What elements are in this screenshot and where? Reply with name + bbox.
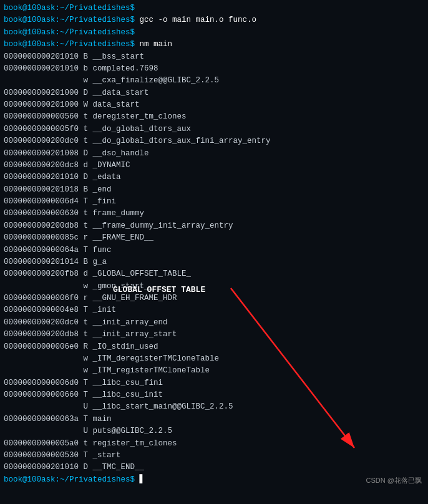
watermark: CSDN @花落已飘	[366, 476, 422, 485]
prompt-0: book@100ask:~/Privatedishes$	[4, 2, 135, 14]
output-line: 0000000000201000 W data_start	[4, 99, 424, 111]
output-line: 0000000000000630 t frame_dummy	[4, 208, 424, 220]
prompt-2: book@100ask:~/Privatedishes$	[4, 27, 135, 39]
prompt-1: book@100ask:~/Privatedishes$	[4, 14, 135, 26]
output-line: 0000000000200dc0 t __init_array_end	[4, 317, 424, 329]
output-line: 0000000000200db8 t __frame_dummy_init_ar…	[4, 220, 424, 232]
output-line: 0000000000200dc0 t __do_global_dtors_aux…	[4, 135, 424, 147]
output-line: 00000000000006d4 T _fini	[4, 196, 424, 208]
output-line: w _gmon_start__	[4, 281, 424, 293]
output-line: 000000000000064a T func	[4, 245, 424, 256]
output-line: 0000000000201010 D __TMC_END__	[4, 462, 424, 473]
line-2: book@100ask:~/Privatedishes$	[4, 27, 424, 39]
output-line: 00000000000006f0 r __GNU_EH_FRAME_HDR	[4, 293, 424, 304]
output-line: U __libc_start_main@@GLIBC_2.2.5	[4, 401, 424, 413]
line-1: book@100ask:~/Privatedishes$ gcc -o main…	[4, 14, 424, 26]
output-line: w _ITM_deregisterTMCloneTable	[4, 353, 424, 365]
output-line: 0000000000000530 T _start	[4, 450, 424, 462]
output-line: 0000000000201010 B __bss_start	[4, 51, 424, 63]
output-line: 000000000000063a T main	[4, 414, 424, 425]
output-line: 0000000000200db8 t __init_array_start	[4, 329, 424, 341]
prompt-final: book@100ask:~/Privatedishes$	[4, 474, 135, 486]
terminal: book@100ask:~/Privatedishes$ book@100ask…	[0, 0, 428, 504]
output-line: 0000000000201008 D __dso_handle	[4, 148, 424, 160]
output-line: 0000000000201010 b completed.7698	[4, 63, 424, 75]
output-line: 00000000000005f0 t __do_global_dtors_aux	[4, 124, 424, 135]
output-line: 0000000000201014 B g_a	[4, 256, 424, 268]
output-line: w _ITM_registerTMCloneTable	[4, 365, 424, 377]
prompt-3: book@100ask:~/Privatedishes$	[4, 39, 135, 51]
output-line: 0000000000000560 t deregister_tm_clones	[4, 111, 424, 123]
output-line: 0000000000000660 T __libc_csu_init	[4, 389, 424, 401]
output-line: 00000000000004e8 T _init	[4, 304, 424, 316]
output-line: 00000000000005a0 t register_tm_clones	[4, 438, 424, 450]
output-line: 000000000000085c r __FRAME_END__	[4, 232, 424, 244]
output-line: w __cxa_finalize@@GLIBC_2.2.5	[4, 75, 424, 87]
output-line: 00000000000006e0 R _IO_stdin_used	[4, 341, 424, 353]
line-3: book@100ask:~/Privatedishes$ nm main	[4, 39, 424, 51]
output-line: 00000000000006d0 T __libc_csu_fini	[4, 377, 424, 389]
output-line: 0000000000200dc8 d _DYNAMIC	[4, 160, 424, 172]
output-line: 0000000000201018 B _end	[4, 184, 424, 196]
output-line: 0000000000201010 D _edata	[4, 172, 424, 183]
output-line: U puts@@GLIBC_2.2.5	[4, 425, 424, 437]
got-line: 0000000000200fb8 d _GLOBAL_OFFSET_TABLE_	[4, 268, 424, 280]
final-prompt: book@100ask:~/Privatedishes$ ▋	[4, 474, 424, 486]
output-line: 0000000000201000 D __data_start	[4, 87, 424, 99]
line-0: book@100ask:~/Privatedishes$	[4, 2, 424, 14]
